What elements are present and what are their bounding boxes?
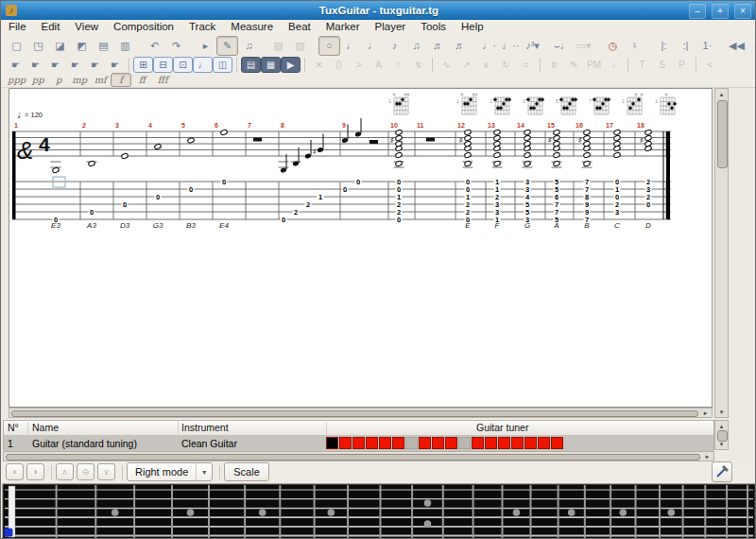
layout-multitrack-icon[interactable]: ⊡: [173, 57, 193, 73]
track-row[interactable]: 1Guitar (standard tuning)Clean Guitar: [4, 436, 713, 451]
palm-mute-icon[interactable]: PM: [584, 57, 604, 73]
layout-page-icon[interactable]: ⊞: [133, 57, 153, 73]
vibrato-icon[interactable]: ☛: [85, 57, 105, 73]
score-horizontal-scrollbar[interactable]: ▸: [9, 408, 713, 418]
triplet-feel-icon[interactable]: ♮: [624, 36, 645, 56]
deadnote-effect-icon[interactable]: ✕: [309, 57, 329, 73]
fretboard-scroll-right-button[interactable]: ›: [26, 463, 44, 480]
layout-linear-icon[interactable]: ⊟: [153, 57, 173, 73]
track-table[interactable]: N°NameInstrumentGuitar tuner 1Guitar (st…: [3, 420, 714, 450]
menu-composition[interactable]: Composition: [106, 20, 181, 34]
staccato-icon[interactable]: ↓: [604, 57, 624, 73]
duration-quarter-icon[interactable]: ♩: [362, 36, 384, 56]
fretboard[interactable]: [1, 483, 756, 539]
legato-icon[interactable]: ☛: [65, 57, 85, 73]
scale-button[interactable]: Scale: [224, 462, 269, 481]
new-file-icon[interactable]: ▢: [6, 36, 27, 56]
hammer-on-icon[interactable]: ✎: [564, 57, 584, 73]
menu-player[interactable]: Player: [368, 20, 414, 34]
save-as-icon[interactable]: ◩: [71, 36, 93, 56]
hand-mode-select[interactable]: Right mode ▾: [127, 462, 213, 481]
save-icon[interactable]: ◪: [49, 36, 71, 56]
slide-icon[interactable]: ↻: [496, 57, 516, 73]
menu-tools[interactable]: Tools: [413, 20, 454, 34]
menu-file[interactable]: File: [1, 20, 34, 34]
score-vertical-scrollbar[interactable]: ▴ ▾: [714, 88, 729, 418]
player-icon[interactable]: ▶: [281, 57, 301, 73]
menu-edit[interactable]: Edit: [34, 20, 68, 34]
dynamic-fff[interactable]: fff: [152, 73, 173, 87]
close-button[interactable]: ×: [734, 4, 751, 19]
pickstroke-icon[interactable]: ☛: [45, 57, 65, 73]
vibrato-effect-icon[interactable]: ∿: [437, 57, 456, 73]
duration-whole-icon[interactable]: ○: [318, 36, 340, 56]
undo-icon[interactable]: ↶: [144, 36, 165, 56]
dynamic-ppp[interactable]: ppp: [6, 73, 27, 87]
repeat-open-icon[interactable]: |:: [653, 36, 675, 56]
clipboard-icon[interactable]: ▨: [289, 36, 311, 56]
fretboard-svg[interactable]: [1, 483, 756, 539]
fadein-icon[interactable]: <: [700, 57, 720, 73]
duration-button[interactable]: ⊖: [77, 463, 94, 480]
dotted-note-icon[interactable]: ♩·: [478, 36, 500, 56]
deadnote-icon[interactable]: ☛: [105, 57, 125, 73]
track-table-vertical-scrollbar[interactable]: ▴ ▾: [714, 420, 729, 450]
duration-thirtysecond-icon[interactable]: ♬: [427, 36, 449, 56]
open-file-icon[interactable]: ◳: [27, 36, 49, 56]
menu-help[interactable]: Help: [454, 20, 491, 34]
maximize-button[interactable]: +: [712, 4, 729, 19]
voice-icon[interactable]: ♫: [238, 36, 260, 56]
fretboard-settings-button[interactable]: [712, 461, 732, 482]
gracenote-icon[interactable]: ↯: [408, 57, 428, 73]
fretboard-scroll-left-button[interactable]: ‹: [6, 463, 24, 480]
dynamic-f[interactable]: f: [111, 73, 131, 87]
instrument-tuner-icon[interactable]: ▤: [241, 57, 261, 73]
duration-half-icon[interactable]: ♩: [340, 36, 362, 56]
menu-measure[interactable]: Measure: [223, 20, 281, 34]
transport-first-icon[interactable]: ◀◀: [726, 36, 747, 56]
duration-eighth-icon[interactable]: ♪: [384, 36, 405, 56]
print-icon[interactable]: ▤: [93, 36, 114, 56]
score-svg[interactable]: 123456789101112131415161718♩= 120&40E30A…: [9, 89, 712, 407]
track-table-horizontal-scrollbar[interactable]: ▸: [3, 451, 714, 461]
harmonic-icon[interactable]: ♮: [388, 57, 408, 73]
caret-mode-icon[interactable]: ▸: [195, 36, 216, 56]
slapping-icon[interactable]: S: [652, 57, 672, 73]
popping-icon[interactable]: P: [672, 57, 692, 73]
stroke-down-icon[interactable]: ☛: [26, 57, 45, 73]
dynamic-pp[interactable]: pp: [27, 73, 48, 87]
trill-icon[interactable]: tr: [544, 57, 564, 73]
tapping-icon[interactable]: T: [632, 57, 652, 73]
menu-marker[interactable]: Marker: [318, 20, 368, 34]
minimize-button[interactable]: –: [689, 4, 706, 19]
mixer-icon[interactable]: ▦: [261, 57, 281, 73]
dynamic-ff[interactable]: ff: [131, 73, 152, 87]
string-up-button[interactable]: ∧: [56, 463, 74, 480]
redo-icon[interactable]: ↷: [165, 36, 187, 56]
score-canvas[interactable]: 123456789101112131415161718♩= 120&40E30A…: [9, 88, 713, 408]
repeat-alternative-icon[interactable]: 1·: [696, 36, 718, 56]
print-preview-icon[interactable]: ▥: [114, 36, 136, 56]
transport-previous-icon[interactable]: ◀: [747, 36, 756, 56]
menu-view[interactable]: View: [67, 20, 106, 34]
string-down-button[interactable]: ∨: [97, 463, 115, 480]
trill-wave-icon[interactable]: ≈: [516, 57, 536, 73]
menu-beat[interactable]: Beat: [281, 20, 318, 34]
layout-score-icon[interactable]: ♩: [193, 57, 213, 73]
tremolo-bar-icon[interactable]: ∨: [476, 57, 496, 73]
stroke-up-icon[interactable]: ☛: [6, 57, 26, 73]
edit-mode-icon[interactable]: ✎: [216, 36, 238, 56]
title-bar[interactable]: ♪ TuxGuitar - tuxguitar.tg – + ×: [1, 1, 756, 20]
accent-icon[interactable]: >: [349, 57, 369, 73]
dynamic-mp[interactable]: mp: [69, 73, 90, 87]
double-dotted-icon[interactable]: ♩··: [500, 36, 522, 56]
tuplet-icon[interactable]: ♪³▾: [522, 36, 543, 56]
tied-note-icon[interactable]: ⌣♩: [551, 36, 573, 56]
layout-compact-icon[interactable]: ◫: [213, 57, 232, 73]
menu-track[interactable]: Track: [181, 20, 223, 34]
dynamic-p[interactable]: p: [48, 73, 69, 87]
heavy-accent-icon[interactable]: A: [369, 57, 388, 73]
ghostnote-icon[interactable]: (): [329, 57, 349, 73]
paste-icon[interactable]: ▧: [267, 36, 289, 56]
bend-icon[interactable]: ↗: [456, 57, 476, 73]
